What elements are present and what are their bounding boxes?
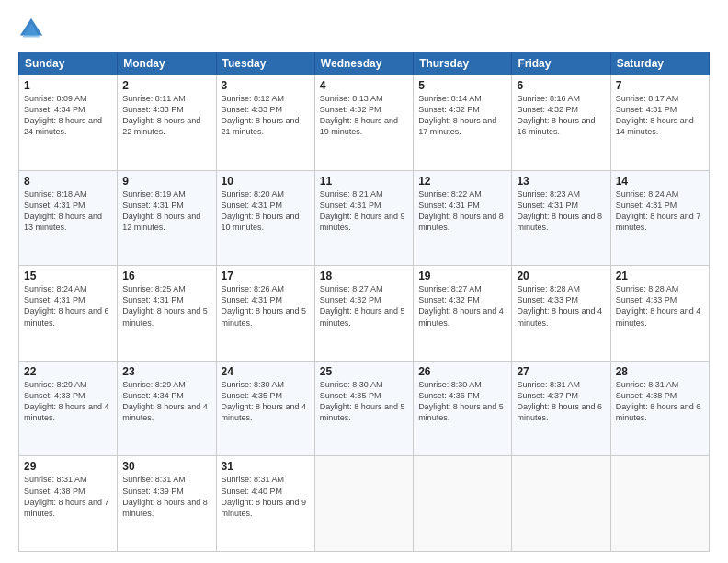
calendar-cell: 14Sunrise: 8:24 AMSunset: 4:31 PMDayligh… — [610, 170, 709, 266]
calendar-cell — [610, 456, 709, 552]
calendar-cell — [512, 456, 610, 552]
calendar-cell: 30Sunrise: 8:31 AMSunset: 4:39 PMDayligh… — [118, 456, 216, 552]
calendar-cell: 24Sunrise: 8:30 AMSunset: 4:35 PMDayligh… — [216, 361, 314, 456]
calendar-header-monday: Monday — [118, 52, 216, 75]
day-number: 15 — [24, 270, 112, 282]
day-info: Sunrise: 8:16 AMSunset: 4:32 PMDaylight:… — [517, 94, 595, 136]
calendar-cell: 7Sunrise: 8:17 AMSunset: 4:31 PMDaylight… — [610, 75, 709, 171]
calendar-cell: 12Sunrise: 8:22 AMSunset: 4:31 PMDayligh… — [414, 170, 512, 266]
calendar-header-tuesday: Tuesday — [216, 52, 314, 75]
calendar-cell: 11Sunrise: 8:21 AMSunset: 4:31 PMDayligh… — [314, 170, 413, 266]
calendar-week-4: 22Sunrise: 8:29 AMSunset: 4:33 PMDayligh… — [19, 361, 710, 456]
day-info: Sunrise: 8:31 AMSunset: 4:40 PMDaylight:… — [222, 475, 307, 517]
day-info: Sunrise: 8:31 AMSunset: 4:37 PMDaylight:… — [517, 380, 602, 422]
calendar-cell: 23Sunrise: 8:29 AMSunset: 4:34 PMDayligh… — [118, 361, 216, 456]
calendar-cell: 20Sunrise: 8:28 AMSunset: 4:33 PMDayligh… — [512, 266, 610, 362]
day-info: Sunrise: 8:29 AMSunset: 4:34 PMDaylight:… — [122, 380, 208, 422]
logo-icon — [18, 17, 44, 42]
day-info: Sunrise: 8:24 AMSunset: 4:31 PMDaylight:… — [616, 190, 701, 232]
day-info: Sunrise: 8:31 AMSunset: 4:38 PMDaylight:… — [24, 475, 109, 517]
day-info: Sunrise: 8:13 AMSunset: 4:32 PMDaylight:… — [320, 94, 398, 136]
calendar-week-3: 15Sunrise: 8:24 AMSunset: 4:31 PMDayligh… — [19, 266, 710, 362]
day-info: Sunrise: 8:23 AMSunset: 4:31 PMDaylight:… — [517, 190, 602, 232]
day-info: Sunrise: 8:11 AMSunset: 4:33 PMDaylight:… — [122, 94, 200, 136]
calendar-cell: 6Sunrise: 8:16 AMSunset: 4:32 PMDaylight… — [512, 75, 610, 171]
day-info: Sunrise: 8:22 AMSunset: 4:31 PMDaylight:… — [418, 190, 504, 232]
page: SundayMondayTuesdayWednesdayThursdayFrid… — [0, 0, 728, 563]
day-info: Sunrise: 8:31 AMSunset: 4:38 PMDaylight:… — [616, 380, 701, 422]
calendar-header-row: SundayMondayTuesdayWednesdayThursdayFrid… — [19, 52, 710, 75]
calendar-cell: 4Sunrise: 8:13 AMSunset: 4:32 PMDaylight… — [314, 75, 413, 171]
day-number: 3 — [222, 79, 310, 92]
calendar-week-2: 8Sunrise: 8:18 AMSunset: 4:31 PMDaylight… — [19, 170, 710, 266]
day-info: Sunrise: 8:21 AMSunset: 4:31 PMDaylight:… — [320, 190, 405, 232]
day-info: Sunrise: 8:26 AMSunset: 4:31 PMDaylight:… — [222, 284, 307, 327]
day-info: Sunrise: 8:28 AMSunset: 4:33 PMDaylight:… — [616, 284, 701, 327]
calendar-cell: 22Sunrise: 8:29 AMSunset: 4:33 PMDayligh… — [19, 361, 118, 456]
logo — [18, 17, 48, 42]
day-info: Sunrise: 8:30 AMSunset: 4:36 PMDaylight:… — [418, 380, 504, 422]
day-info: Sunrise: 8:09 AMSunset: 4:34 PMDaylight:… — [24, 94, 102, 136]
day-info: Sunrise: 8:20 AMSunset: 4:31 PMDaylight:… — [222, 190, 300, 232]
day-number: 21 — [616, 270, 704, 282]
day-number: 2 — [122, 79, 210, 92]
calendar-cell: 29Sunrise: 8:31 AMSunset: 4:38 PMDayligh… — [19, 456, 118, 552]
day-number: 18 — [320, 270, 408, 282]
day-number: 25 — [320, 365, 408, 378]
calendar-cell: 10Sunrise: 8:20 AMSunset: 4:31 PMDayligh… — [216, 170, 314, 266]
calendar-cell: 26Sunrise: 8:30 AMSunset: 4:36 PMDayligh… — [414, 361, 512, 456]
calendar-header-thursday: Thursday — [414, 52, 512, 75]
calendar-cell: 27Sunrise: 8:31 AMSunset: 4:37 PMDayligh… — [512, 361, 610, 456]
day-number: 12 — [418, 175, 506, 188]
day-info: Sunrise: 8:31 AMSunset: 4:39 PMDaylight:… — [122, 475, 208, 517]
day-info: Sunrise: 8:12 AMSunset: 4:33 PMDaylight:… — [222, 94, 300, 136]
calendar-cell: 16Sunrise: 8:25 AMSunset: 4:31 PMDayligh… — [118, 266, 216, 362]
day-info: Sunrise: 8:29 AMSunset: 4:33 PMDaylight:… — [24, 380, 109, 422]
calendar-week-5: 29Sunrise: 8:31 AMSunset: 4:38 PMDayligh… — [19, 456, 710, 552]
day-info: Sunrise: 8:19 AMSunset: 4:31 PMDaylight:… — [122, 190, 200, 232]
calendar-header-friday: Friday — [512, 52, 610, 75]
calendar-cell: 21Sunrise: 8:28 AMSunset: 4:33 PMDayligh… — [610, 266, 709, 362]
calendar-cell: 5Sunrise: 8:14 AMSunset: 4:32 PMDaylight… — [414, 75, 512, 171]
day-number: 4 — [320, 79, 408, 92]
day-number: 26 — [418, 365, 506, 378]
day-number: 7 — [616, 79, 704, 92]
day-number: 20 — [517, 270, 605, 282]
day-number: 1 — [24, 79, 112, 92]
day-number: 8 — [24, 175, 112, 188]
calendar-header-wednesday: Wednesday — [314, 52, 413, 75]
day-number: 22 — [24, 365, 112, 378]
day-number: 17 — [222, 270, 310, 282]
day-number: 14 — [616, 175, 704, 188]
day-info: Sunrise: 8:30 AMSunset: 4:35 PMDaylight:… — [222, 380, 307, 422]
day-info: Sunrise: 8:28 AMSunset: 4:33 PMDaylight:… — [517, 284, 602, 327]
calendar-cell: 8Sunrise: 8:18 AMSunset: 4:31 PMDaylight… — [19, 170, 118, 266]
day-number: 28 — [616, 365, 704, 378]
day-info: Sunrise: 8:25 AMSunset: 4:31 PMDaylight:… — [122, 284, 208, 327]
day-number: 10 — [222, 175, 310, 188]
calendar-header-saturday: Saturday — [610, 52, 709, 75]
day-info: Sunrise: 8:18 AMSunset: 4:31 PMDaylight:… — [24, 190, 102, 232]
day-number: 29 — [24, 460, 112, 473]
calendar-cell: 1Sunrise: 8:09 AMSunset: 4:34 PMDaylight… — [19, 75, 118, 171]
day-info: Sunrise: 8:24 AMSunset: 4:31 PMDaylight:… — [24, 284, 109, 327]
calendar-week-1: 1Sunrise: 8:09 AMSunset: 4:34 PMDaylight… — [19, 75, 710, 171]
calendar-cell — [414, 456, 512, 552]
calendar-cell: 19Sunrise: 8:27 AMSunset: 4:32 PMDayligh… — [414, 266, 512, 362]
day-number: 31 — [222, 460, 310, 473]
day-info: Sunrise: 8:27 AMSunset: 4:32 PMDaylight:… — [418, 284, 504, 327]
day-number: 24 — [222, 365, 310, 378]
calendar-cell: 17Sunrise: 8:26 AMSunset: 4:31 PMDayligh… — [216, 266, 314, 362]
calendar-table: SundayMondayTuesdayWednesdayThursdayFrid… — [18, 52, 710, 552]
day-info: Sunrise: 8:30 AMSunset: 4:35 PMDaylight:… — [320, 380, 405, 422]
calendar-header-sunday: Sunday — [19, 52, 118, 75]
calendar-cell: 31Sunrise: 8:31 AMSunset: 4:40 PMDayligh… — [216, 456, 314, 552]
header — [18, 17, 710, 42]
day-number: 5 — [418, 79, 506, 92]
calendar-cell: 2Sunrise: 8:11 AMSunset: 4:33 PMDaylight… — [118, 75, 216, 171]
day-info: Sunrise: 8:17 AMSunset: 4:31 PMDaylight:… — [616, 94, 694, 136]
day-info: Sunrise: 8:27 AMSunset: 4:32 PMDaylight:… — [320, 284, 405, 327]
day-number: 13 — [517, 175, 605, 188]
day-number: 11 — [320, 175, 408, 188]
calendar-cell: 13Sunrise: 8:23 AMSunset: 4:31 PMDayligh… — [512, 170, 610, 266]
